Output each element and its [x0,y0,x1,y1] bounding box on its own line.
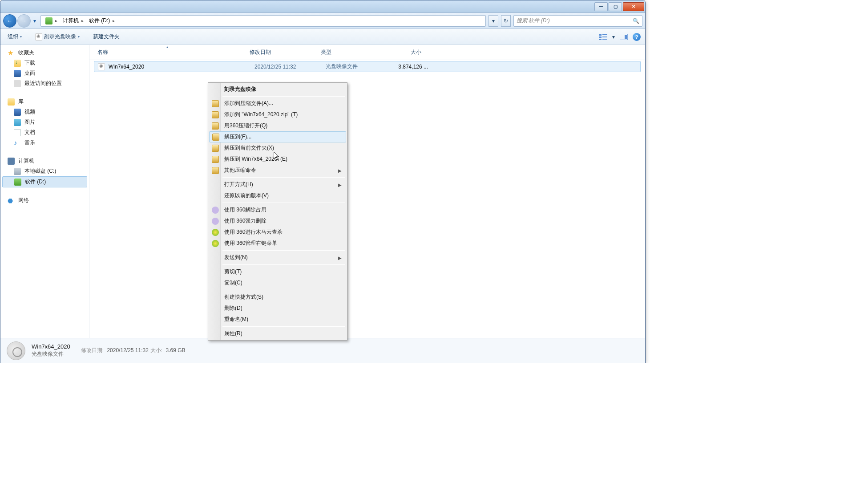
nav-history-dropdown[interactable]: ▾ [32,18,38,24]
address-bar[interactable]: ▸ 计算机 ▸ 软件 (D:) ▸ [40,15,486,27]
sidebar-desktop[interactable]: 桌面 [0,68,89,78]
toolbar: 组织 ▾ 刻录光盘映像 ▾ 新建文件夹 ▾ ? [0,29,645,45]
menu-item[interactable]: 重命名(M) [209,314,346,325]
minimize-button[interactable]: — [594,2,608,11]
menu-item[interactable]: 打开方式(H)▶ [209,179,346,190]
address-dropdown-button[interactable]: ▾ [489,15,498,27]
sidebar-downloads[interactable]: 下载 [0,58,89,68]
maximize-button[interactable]: ▢ [609,2,622,11]
forward-button[interactable]: → [17,14,31,28]
column-headers: 名称 ▴ 修改日期 类型 大小 [89,45,645,60]
menu-item[interactable]: 添加到 "Win7x64_2020.zip" (T) [209,109,346,120]
menu-item[interactable]: 解压到当前文件夹(X) [209,142,346,154]
search-placeholder: 搜索 软件 (D:) [517,17,550,24]
breadcrumb-drive-d[interactable]: 软件 (D:) ▸ [86,16,117,26]
svg-rect-4 [599,39,602,40]
menu-item[interactable]: 剪切(T) [209,266,346,277]
menu-item[interactable]: 使用 360进行木马云查杀 [209,227,346,238]
nav-buttons: ← → ▾ [3,14,38,28]
libraries-label: 库 [18,98,24,106]
archive-icon [212,134,219,141]
drive-icon [14,179,21,186]
menu-item[interactable]: 属性(R) [209,328,346,339]
sidebar-videos[interactable]: 视频 [0,107,89,117]
picture-icon [14,119,21,126]
pictures-label: 图片 [24,118,35,126]
network-icon: ⬣ [8,197,15,204]
preview-pane-button[interactable] [619,32,628,41]
sidebar-documents[interactable]: 文档 [0,127,89,138]
sidebar-libraries[interactable]: 库 [0,97,89,107]
menu-item[interactable]: 添加到压缩文件(A)... [209,98,346,109]
organize-button[interactable]: 组织 ▾ [5,31,24,42]
archive-icon [212,156,219,163]
drive-icon [45,17,52,24]
downloads-label: 下载 [24,59,35,67]
sidebar-pictures[interactable]: 图片 [0,117,89,127]
refresh-button[interactable]: ↻ [501,15,511,27]
breadcrumb-root[interactable]: ▸ [43,16,60,26]
menu-item[interactable]: 创建快捷方式(S) [209,292,346,303]
details-date-label: 修改日期: [81,347,104,353]
menu-item[interactable]: 发送到(N)▶ [209,252,346,263]
menu-item-label: 其他压缩命令 [224,166,256,174]
sidebar-computer[interactable]: 计算机 [0,156,89,166]
column-name[interactable]: 名称 ▴ [89,47,245,58]
sidebar-favorites[interactable]: ★ 收藏夹 [0,48,89,58]
menu-item[interactable]: 用360压缩打开(Q) [209,120,346,131]
close-button[interactable]: ✕ [623,2,644,11]
menu-item[interactable]: 使用 360解除占用 [209,204,346,215]
details-date: 修改日期: 2020/12/25 11:32 [81,347,149,354]
archive-icon [212,167,219,174]
title-bar: — ▢ ✕ [0,0,645,13]
details-size-label: 大小: [150,347,162,353]
details-text: Win7x64_2020 光盘映像文件 [32,343,70,358]
dropdown-arrow-icon[interactable]: ▾ [612,34,615,40]
breadcrumb-computer[interactable]: 计算机 ▸ [60,16,86,26]
sidebar-drive-c[interactable]: 本地磁盘 (C:) [0,166,89,176]
favorites-label: 收藏夹 [18,49,34,57]
sidebar-recent[interactable]: 最近访问的位置 [0,78,89,89]
svg-rect-3 [602,37,607,37]
menu-item[interactable]: 解压到 Win7x64_2020\ (E) [209,154,346,165]
burn-image-button[interactable]: 刻录光盘映像 ▾ [32,31,82,42]
submenu-arrow-icon: ▶ [338,255,342,260]
column-type[interactable]: 类型 [316,47,383,58]
menu-item[interactable]: 使用 360管理右键菜单 [209,238,346,249]
drive-c-label: 本地磁盘 (C:) [24,167,56,175]
search-input[interactable]: 搜索 软件 (D:) 🔍 [513,15,642,27]
breadcrumb-sep-icon: ▸ [113,18,115,23]
menu-item[interactable]: 解压到(F)... [209,131,346,142]
documents-label: 文档 [24,129,35,136]
menu-item[interactable]: 使用 360强力删除 [209,215,346,227]
menu-item-label: 解压到 Win7x64_2020\ (E) [224,155,287,163]
help-button[interactable]: ? [633,33,641,41]
sidebar-music[interactable]: ♪ 音乐 [0,138,89,148]
menu-item[interactable]: 复制(C) [209,277,346,288]
star-icon: ★ [8,49,15,57]
menu-item-label: 发送到(N) [224,254,248,261]
menu-item[interactable]: 还原以前的版本(V) [209,190,346,201]
menu-item[interactable]: 刻录光盘映像 [209,84,346,95]
computer-label: 计算机 [18,157,34,165]
sidebar-drive-d[interactable]: 软件 (D:) [2,176,87,187]
menu-item[interactable]: 删除(D) [209,303,346,314]
new-folder-button[interactable]: 新建文件夹 [90,31,122,42]
sidebar-network[interactable]: ⬣ 网络 [0,195,89,206]
file-name: Win7x64_2020 [109,64,144,70]
back-button[interactable]: ← [3,14,16,28]
navigation-pane: ★ 收藏夹 下载 桌面 最近访问的位置 [0,45,89,338]
column-size[interactable]: 大小 [383,47,428,58]
menu-separator [222,250,345,251]
column-date[interactable]: 修改日期 [245,47,316,58]
file-row[interactable]: Win7x64_2020 2020/12/25 11:32 光盘映像文件 3,8… [94,61,641,72]
music-icon: ♪ [14,139,21,146]
menu-item[interactable]: 其他压缩命令▶ [209,165,346,176]
view-options-button[interactable] [599,32,608,41]
music-label: 音乐 [24,139,35,146]
360g-icon [212,218,219,225]
svg-rect-2 [599,37,602,38]
file-list: 名称 ▴ 修改日期 类型 大小 Win7x64_2020 2020/12/25 … [89,45,645,338]
file-type-cell: 光盘映像文件 [321,61,388,72]
details-meta: 修改日期: 2020/12/25 11:32 [81,347,149,354]
